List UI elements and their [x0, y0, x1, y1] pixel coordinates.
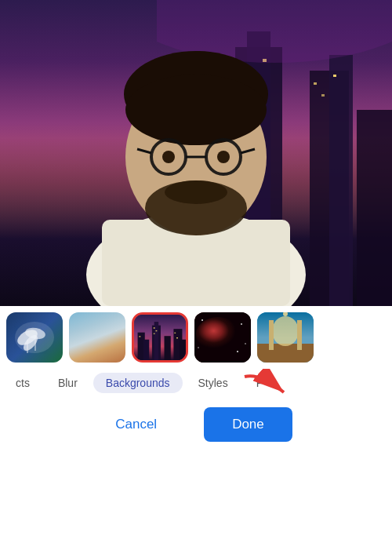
city-thumb-image — [134, 315, 186, 360]
svg-rect-64 — [297, 320, 302, 350]
bottom-bar: Cancel Done — [0, 397, 392, 452]
svg-point-28 — [217, 151, 230, 163]
svg-rect-15 — [314, 82, 317, 85]
svg-point-35 — [24, 326, 45, 341]
tab-backgrounds[interactable]: Backgrounds — [93, 373, 183, 393]
svg-point-58 — [198, 347, 199, 348]
thumb-city-selected[interactable] — [132, 312, 188, 363]
svg-rect-47 — [154, 327, 155, 328]
room-thumb-image — [257, 312, 314, 363]
tab-more[interactable]: F — [244, 373, 276, 393]
svg-rect-16 — [321, 94, 325, 97]
space-thumb-image — [194, 312, 251, 363]
done-button[interactable]: Done — [204, 407, 292, 442]
svg-point-26 — [165, 180, 227, 204]
video-preview — [0, 0, 392, 306]
svg-point-57 — [237, 351, 238, 352]
svg-point-59 — [245, 343, 246, 344]
svg-rect-61 — [257, 344, 314, 363]
svg-rect-63 — [269, 320, 274, 350]
svg-rect-44 — [165, 336, 171, 360]
svg-point-36 — [20, 333, 40, 353]
thumb-room[interactable] — [257, 312, 314, 363]
person-figure — [78, 24, 314, 306]
svg-point-24 — [125, 75, 267, 145]
thumb-plant[interactable] — [6, 312, 63, 363]
thumb-blur[interactable] — [69, 312, 125, 363]
tab-effects[interactable]: cts — [3, 373, 42, 393]
svg-rect-46 — [180, 340, 186, 360]
svg-rect-52 — [176, 337, 178, 338]
thumb-space[interactable] — [194, 312, 251, 363]
svg-point-27 — [162, 151, 175, 163]
svg-rect-51 — [174, 333, 176, 333]
tab-styles[interactable]: Styles — [186, 373, 241, 393]
svg-rect-48 — [156, 330, 158, 331]
video-background — [0, 0, 392, 306]
tab-blur[interactable]: Blur — [45, 373, 90, 393]
svg-rect-45 — [143, 340, 149, 360]
svg-rect-6 — [357, 110, 392, 306]
svg-point-56 — [241, 323, 242, 325]
svg-rect-49 — [154, 333, 155, 334]
svg-rect-17 — [333, 75, 336, 77]
svg-point-54 — [196, 317, 240, 352]
tabs-strip: cts Blur Backgrounds Styles F — [0, 369, 392, 397]
svg-rect-50 — [139, 336, 140, 337]
svg-point-55 — [201, 319, 203, 321]
thumbnail-strip — [0, 306, 392, 369]
cancel-button[interactable]: Cancel — [100, 409, 172, 440]
svg-rect-62 — [273, 316, 298, 346]
leaf-icon — [13, 318, 56, 357]
svg-point-34 — [14, 326, 39, 348]
svg-rect-5 — [329, 55, 353, 306]
leaf-pattern — [6, 312, 63, 363]
